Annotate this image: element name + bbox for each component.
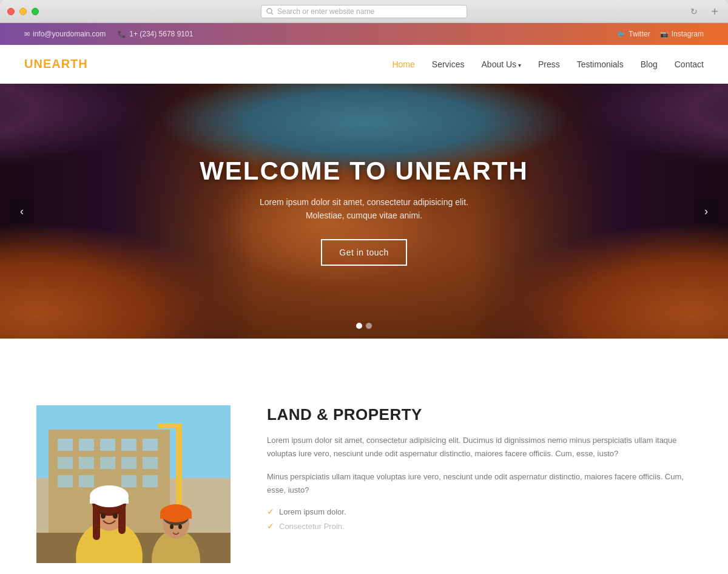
svg-point-36: [170, 524, 174, 529]
nav-home[interactable]: Home: [392, 59, 414, 69]
checklist-text-2: Consectetur Proin.: [279, 522, 345, 531]
content-text: LAND & PROPERTY Lorem ipsum dolor sit am…: [267, 405, 692, 536]
svg-rect-10: [58, 457, 73, 469]
minimize-button[interactable]: [19, 8, 27, 15]
mail-icon: ✉: [24, 30, 30, 38]
svg-point-34: [160, 504, 192, 522]
email-text: info@yourdomain.com: [33, 30, 106, 38]
svg-rect-7: [100, 439, 115, 451]
section-title: LAND & PROPERTY: [267, 405, 692, 424]
nav-press[interactable]: Press: [538, 59, 560, 69]
instagram-item[interactable]: 📷 Instagram: [660, 30, 704, 38]
svg-rect-28: [90, 499, 129, 504]
content-section-wrapper: LAND & PROPERTY Lorem ipsum dolor sit am…: [0, 339, 728, 574]
section-para-2: Minus perspiciatis ullam itaque voluptas…: [267, 470, 692, 497]
phone-icon: 📞: [118, 30, 126, 38]
check-icon-2: ✓: [267, 521, 274, 531]
slider-dots: [356, 323, 372, 329]
hero-title: WELCOME TO UNEARTH: [200, 157, 528, 186]
svg-rect-11: [79, 457, 94, 469]
svg-rect-12: [100, 457, 115, 469]
navbar: UNEARTH Home Services About Us Press Tes…: [0, 45, 728, 84]
instagram-label: Instagram: [672, 30, 704, 38]
nav-blog[interactable]: Blog: [641, 59, 658, 69]
svg-rect-20: [158, 424, 182, 428]
brand-logo[interactable]: UNEARTH: [24, 57, 88, 71]
svg-point-37: [178, 524, 182, 529]
nav-services[interactable]: Services: [432, 59, 465, 69]
section-para-1: Lorem ipsum dolor sit amet, consectetur …: [267, 434, 692, 461]
svg-rect-8: [121, 439, 136, 451]
hero-content: WELCOME TO UNEARTH Lorem ipsum dolor sit…: [0, 84, 728, 339]
svg-point-30: [113, 513, 118, 519]
twitter-label: Twitter: [629, 30, 650, 38]
close-button[interactable]: [7, 8, 15, 15]
svg-rect-18: [143, 475, 158, 487]
twitter-item[interactable]: 🐦 Twitter: [617, 30, 650, 38]
svg-rect-9: [143, 439, 158, 451]
svg-point-27: [90, 485, 129, 507]
reload-icon[interactable]: ↻: [690, 7, 698, 16]
hero-section: ‹ › WELCOME TO UNEARTH Lorem ipsum dolor…: [0, 84, 728, 339]
twitter-icon: 🐦: [617, 30, 625, 38]
url-bar[interactable]: Search or enter website name: [261, 5, 467, 18]
svg-rect-6: [79, 439, 94, 451]
new-tab-button[interactable]: +: [711, 5, 718, 18]
nav-about[interactable]: About Us: [482, 59, 521, 69]
slider-dot-2[interactable]: [366, 323, 372, 329]
website: ✉ info@yourdomain.com 📞 1+ (234) 5678 91…: [0, 23, 728, 574]
nav-contact[interactable]: Contact: [675, 59, 704, 69]
svg-rect-35: [160, 515, 192, 519]
instagram-icon: 📷: [660, 30, 669, 38]
mac-titlebar: Search or enter website name ↻ +: [0, 0, 728, 23]
svg-rect-26: [118, 504, 126, 534]
nav-testimonials[interactable]: Testimonials: [577, 59, 624, 69]
maximize-button[interactable]: [32, 8, 39, 15]
workers-image: [36, 405, 231, 563]
svg-line-1: [271, 13, 273, 15]
content-image: [36, 405, 231, 563]
top-bar-left: ✉ info@yourdomain.com 📞 1+ (234) 5678 91…: [24, 30, 193, 38]
hero-subtitle: Lorem ipsum dolor sit amet, consectetur …: [249, 195, 479, 223]
content-section: LAND & PROPERTY Lorem ipsum dolor sit am…: [12, 369, 716, 574]
svg-rect-17: [121, 475, 136, 487]
url-placeholder: Search or enter website name: [277, 7, 374, 16]
svg-rect-25: [93, 504, 100, 540]
phone-text: 1+ (234) 5678 9101: [129, 30, 193, 38]
checklist-text-1: Lorem ipsum dolor.: [279, 507, 346, 516]
svg-point-29: [101, 513, 106, 519]
mac-window: Search or enter website name ↻ + ✉ info@…: [0, 0, 728, 574]
svg-point-0: [267, 8, 272, 13]
checklist-item-1: ✓ Lorem ipsum dolor.: [267, 507, 692, 516]
nav-links: Home Services About Us Press Testimonial…: [392, 59, 704, 69]
svg-rect-5: [58, 439, 73, 451]
checklist: ✓ Lorem ipsum dolor. ✓ Consectetur Proin…: [267, 507, 692, 531]
email-item: ✉ info@yourdomain.com: [24, 30, 106, 38]
top-bar: ✉ info@yourdomain.com 📞 1+ (234) 5678 91…: [0, 23, 728, 45]
svg-rect-13: [121, 457, 136, 469]
svg-rect-14: [143, 457, 158, 469]
hero-cta-button[interactable]: Get in touch: [321, 239, 407, 266]
top-bar-right: 🐦 Twitter 📷 Instagram: [617, 30, 704, 38]
phone-item: 📞 1+ (234) 5678 9101: [118, 30, 193, 38]
svg-rect-15: [58, 475, 73, 487]
svg-rect-16: [79, 475, 94, 487]
check-icon-1: ✓: [267, 507, 274, 516]
slider-dot-1[interactable]: [356, 323, 362, 329]
checklist-item-2: ✓ Consectetur Proin.: [267, 521, 692, 531]
